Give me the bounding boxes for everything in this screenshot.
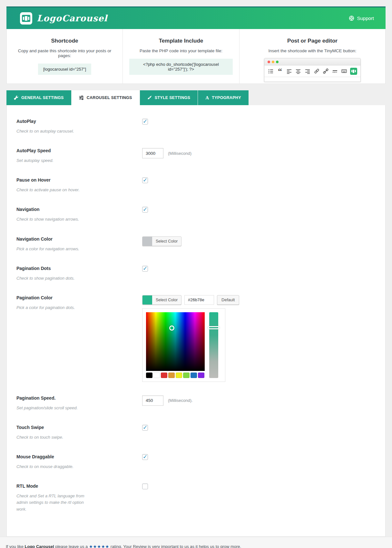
align-right-icon — [304, 68, 311, 75]
window-zoom-dot-icon — [276, 61, 279, 63]
settings-tabs: GENERAL SETTINGS CAROUSEL SETTINGS STYLE… — [6, 90, 386, 105]
palette-swatch-yellow[interactable] — [176, 373, 182, 378]
rtl-mode-desc: Check and Set a RTL language from admin … — [16, 493, 94, 512]
footer-text-prefix: If you like — [6, 544, 25, 548]
align-center-icon — [295, 68, 301, 75]
autoplay-label: AutoPlay — [16, 119, 142, 124]
tab-carousel-settings-label: CAROUSEL SETTINGS — [87, 95, 132, 100]
keyboard-icon — [341, 68, 348, 75]
pagination-color-desc: Pick a color for pagination dots. — [16, 304, 94, 311]
palette-swatch-blue[interactable] — [191, 373, 197, 378]
link-icon — [313, 68, 320, 75]
pagination-speed-label: Pagination Speed. — [16, 395, 142, 401]
pagination-select-color-button[interactable]: Select Color — [142, 295, 181, 305]
shortcode-title: Shortcode — [13, 38, 116, 44]
pagination-color-hex-input[interactable] — [184, 295, 214, 305]
setting-row-autoplay-speed: AutoPlay Speed Set autoplay speed. (Mill… — [7, 139, 385, 168]
setting-row-pagination-dots: Pagination Dots Check to show pagination… — [7, 257, 385, 286]
template-include-column: Template Include Paste the PHP code into… — [123, 29, 240, 84]
palette-swatch-white[interactable] — [153, 373, 160, 378]
autoplay-desc: Check to on autoplay carousel. — [16, 128, 94, 135]
tab-general-settings-label: GENERAL SETTINGS — [21, 95, 64, 100]
setting-row-mouse-draggable: Mouse Draggable Check to on mouse dragga… — [7, 445, 385, 474]
pagination-color-default-button[interactable]: Default — [217, 295, 239, 305]
logo: LogoCarousel — [20, 12, 107, 25]
navigation-select-color-label: Select Color — [152, 237, 181, 246]
color-picker-strip-handle[interactable] — [208, 326, 220, 329]
footer-review-bar: If you like Logo Carousel please leave u… — [0, 537, 392, 548]
pause-on-hover-desc: Check to activate pause on hover. — [16, 187, 94, 193]
setting-row-touch-swipe: Touch Swipe Check to on touch swipe. — [7, 416, 385, 445]
rtl-mode-label: RTL Mode — [16, 483, 142, 489]
pause-on-hover-checkbox[interactable] — [142, 177, 148, 183]
lifebuoy-icon — [349, 15, 354, 21]
mouse-draggable-checkbox[interactable] — [142, 454, 148, 460]
touch-swipe-checkbox[interactable] — [142, 425, 148, 431]
template-title: Template Include — [129, 38, 233, 44]
tab-typography-label: TYPOGRAPHY — [212, 95, 241, 100]
tab-style-settings[interactable]: STYLE SETTINGS — [140, 90, 198, 105]
setting-row-autoplay: AutoPlay Check to on autoplay carousel. — [7, 110, 385, 139]
pagination-speed-input[interactable] — [142, 395, 163, 406]
editor-column: Post or Page editor Insert the shortcode… — [240, 29, 385, 84]
navigation-color-label: Navigation Color — [16, 236, 142, 242]
navigation-checkbox[interactable] — [142, 207, 148, 213]
support-link[interactable]: Support — [349, 15, 374, 21]
palette-swatch-green[interactable] — [183, 373, 190, 378]
palette-swatch-red[interactable] — [161, 373, 167, 378]
rtl-mode-checkbox[interactable] — [142, 483, 148, 489]
window-close-dot-icon — [268, 61, 270, 63]
editor-toolbar: “ — [264, 65, 360, 77]
shortcode-desc: Copy and paste this shortcode into your … — [13, 48, 116, 58]
editor-titlebar — [264, 58, 360, 65]
template-desc: Paste the PHP code into your template fi… — [129, 48, 233, 53]
navigation-select-color-button[interactable]: Select Color — [142, 236, 181, 246]
tab-typography[interactable]: A TYPOGRAPHY — [198, 90, 249, 105]
editor-content-area[interactable] — [264, 77, 360, 82]
setting-row-pagination-speed: Pagination Speed. Set pagination/slide s… — [7, 386, 385, 416]
tab-general-settings[interactable]: GENERAL SETTINGS — [6, 90, 71, 105]
support-label: Support — [357, 15, 374, 21]
color-picker-saturation-square[interactable] — [146, 312, 205, 371]
autoplay-speed-input[interactable] — [142, 148, 163, 158]
pagination-speed-unit: (Millisecond). — [168, 398, 193, 403]
page-wrap: LogoCarousel Support Shortcode Copy and … — [0, 0, 392, 537]
window-minimize-dot-icon — [272, 61, 274, 63]
brush-icon — [147, 95, 152, 100]
template-code[interactable]: <?php echo do_shortcode('[logocarousel i… — [129, 59, 233, 75]
shortcode-column: Shortcode Copy and paste this shortcode … — [7, 29, 123, 84]
color-picker-lightness-strip[interactable] — [209, 312, 218, 378]
logo-carousel-shortcode-button[interactable] — [350, 68, 357, 75]
typography-letter-icon: A — [205, 95, 209, 101]
setting-row-rtl-mode: RTL Mode Check and Set a RTL language fr… — [7, 474, 385, 517]
pagination-dots-desc: Check to show pagination dots. — [16, 275, 94, 282]
navigation-label: Navigation — [16, 207, 142, 212]
navigation-desc: Check to show navigation arrows. — [16, 216, 94, 223]
shortcode-code[interactable]: [logocarousel id="257"] — [38, 64, 91, 75]
pagination-color-swatch — [142, 295, 152, 304]
rating-stars-link[interactable]: ★★★★★ — [89, 544, 109, 548]
tab-carousel-settings[interactable]: CAROUSEL SETTINGS — [72, 90, 140, 105]
unlink-icon — [323, 68, 329, 75]
plugin-header: LogoCarousel Support — [6, 6, 386, 29]
pagination-color-label: Pagination Color — [16, 295, 142, 300]
wrench-icon — [14, 95, 18, 100]
logo-carousel-icon — [20, 12, 32, 25]
more-tag-icon — [332, 68, 338, 75]
palette-swatch-black[interactable] — [146, 373, 152, 378]
navigation-color-swatch — [142, 237, 152, 246]
mouse-draggable-label: Mouse Draggable — [16, 454, 142, 459]
pagination-select-color-label: Select Color — [152, 295, 181, 304]
footer-text-suffix: rating. Your Review is very important to… — [109, 544, 241, 548]
setting-row-navigation-color: Navigation Color Pick a color for naviga… — [7, 227, 385, 257]
touch-swipe-desc: Check to on touch swipe. — [16, 434, 94, 441]
editor-title: Post or Page editor — [246, 38, 379, 44]
palette-swatch-purple[interactable] — [198, 373, 204, 378]
autoplay-checkbox[interactable] — [142, 119, 148, 125]
pagination-dots-checkbox[interactable] — [142, 266, 148, 272]
color-picker-marker[interactable] — [169, 325, 174, 331]
tinymce-editor-mock: “ — [264, 58, 361, 82]
palette-swatch-orange[interactable] — [168, 373, 175, 378]
color-picker-palette — [146, 373, 205, 378]
autoplay-speed-desc: Set autoplay speed. — [16, 157, 94, 164]
